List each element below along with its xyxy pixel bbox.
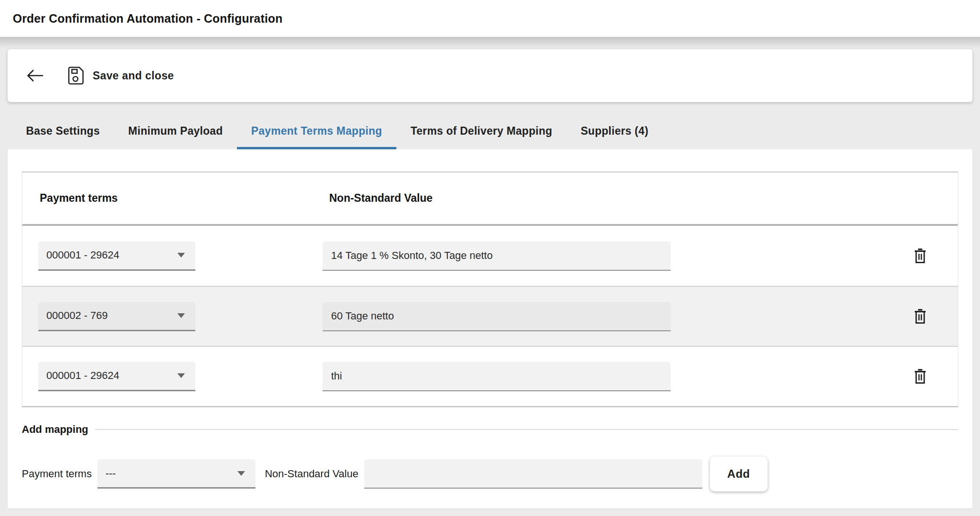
payment-terms-select[interactable]: 000001 - 29624 bbox=[38, 362, 195, 391]
save-icon bbox=[66, 65, 85, 86]
tab-base-settings[interactable]: Base Settings bbox=[12, 115, 114, 149]
add-button[interactable]: Add bbox=[710, 456, 768, 491]
add-payment-terms-select[interactable]: --- bbox=[97, 459, 255, 489]
trash-icon bbox=[913, 247, 928, 265]
save-and-close-button[interactable]: Save and close bbox=[66, 65, 174, 86]
add-payment-terms-select-value: --- bbox=[105, 467, 116, 480]
back-button[interactable] bbox=[22, 65, 48, 86]
toolbar: Save and close bbox=[8, 49, 972, 102]
payment-terms-select[interactable]: 000001 - 29624 bbox=[38, 241, 195, 271]
titlebar-shadow bbox=[0, 37, 980, 48]
payment-terms-select[interactable]: 000002 - 769 bbox=[38, 302, 195, 331]
column-header-non-standard-value: Non-Standard Value bbox=[323, 192, 882, 205]
non-standard-value-input[interactable] bbox=[323, 241, 671, 271]
back-arrow-icon bbox=[25, 68, 45, 83]
mapping-table: Payment terms Non-Standard Value 000001 … bbox=[22, 172, 958, 407]
page-title: Order Confirmation Automation - Configur… bbox=[13, 12, 283, 26]
window-titlebar: Order Confirmation Automation - Configur… bbox=[0, 0, 980, 37]
add-mapping-form: Payment terms --- Non-Standard Value Add bbox=[22, 456, 958, 491]
delete-row-button[interactable] bbox=[910, 244, 930, 267]
chevron-down-icon bbox=[177, 373, 185, 378]
non-standard-value-label: Non-Standard Value bbox=[265, 468, 359, 480]
tab-minimum-payload[interactable]: Minimum Payload bbox=[114, 115, 237, 149]
payment-terms-label: Payment terms bbox=[22, 468, 92, 480]
payment-terms-select-value: 000002 - 769 bbox=[46, 310, 108, 322]
add-mapping-heading: Add mapping bbox=[22, 423, 88, 436]
non-standard-value-input[interactable] bbox=[323, 362, 671, 391]
tab-payment-terms-mapping[interactable]: Payment Terms Mapping bbox=[237, 115, 396, 149]
table-row: 000001 - 29624 bbox=[22, 346, 958, 406]
tab-bar: Base Settings Minimum Payload Payment Te… bbox=[8, 115, 972, 149]
chevron-down-icon bbox=[177, 313, 185, 318]
save-and-close-label: Save and close bbox=[93, 69, 174, 82]
tab-suppliers[interactable]: Suppliers (4) bbox=[567, 115, 663, 149]
divider bbox=[95, 429, 958, 430]
delete-row-button[interactable] bbox=[910, 305, 930, 328]
chevron-down-icon bbox=[177, 253, 185, 258]
chevron-down-icon bbox=[237, 471, 245, 476]
table-row: 000002 - 769 bbox=[22, 286, 958, 346]
table-row: 000001 - 29624 bbox=[22, 226, 958, 286]
trash-icon bbox=[913, 308, 928, 325]
add-non-standard-value-input[interactable] bbox=[364, 459, 702, 489]
column-header-payment-terms: Payment terms bbox=[22, 192, 323, 205]
delete-row-button[interactable] bbox=[910, 365, 930, 388]
payment-terms-select-value: 000001 - 29624 bbox=[46, 370, 119, 382]
non-standard-value-input[interactable] bbox=[323, 302, 671, 331]
payment-terms-mapping-panel: Payment terms Non-Standard Value 000001 … bbox=[8, 149, 972, 508]
add-mapping-section-header: Add mapping bbox=[22, 423, 958, 436]
trash-icon bbox=[913, 368, 928, 385]
tab-terms-of-delivery-mapping[interactable]: Terms of Delivery Mapping bbox=[396, 115, 567, 149]
table-header-row: Payment terms Non-Standard Value bbox=[22, 172, 958, 226]
payment-terms-select-value: 000001 - 29624 bbox=[46, 249, 119, 261]
